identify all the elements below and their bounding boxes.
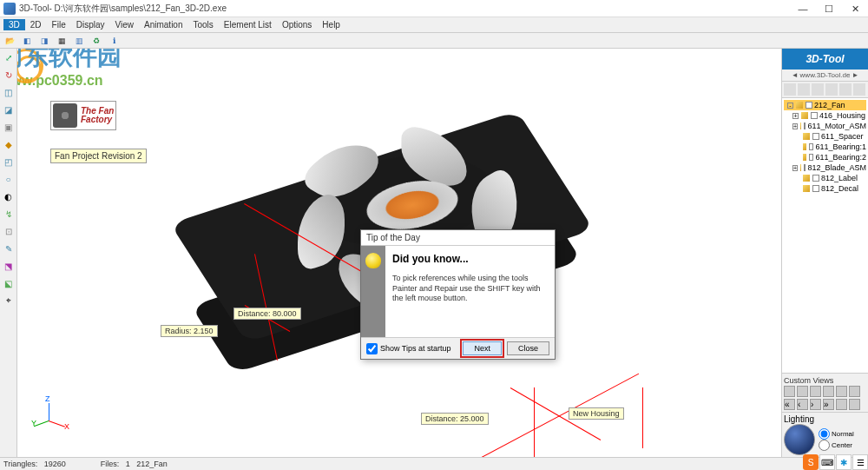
toolbar-btn-5[interactable]: ▥ <box>73 35 85 47</box>
view-btn[interactable]: » <box>823 399 834 410</box>
tip-of-day-dialog: Tip of the Day Did you know... To pick r… <box>360 229 556 360</box>
menu-animation[interactable]: Animation <box>139 20 187 30</box>
tree-node[interactable]: 611_Bearing:2 <box>784 152 866 162</box>
view-btn[interactable] <box>810 386 821 397</box>
tree-node[interactable]: 812_Decal <box>784 183 866 194</box>
panel-icon-row <box>782 82 868 98</box>
filename: 212_Fan <box>136 460 168 468</box>
tab-3d[interactable]: 3D <box>3 19 25 30</box>
brand-url[interactable]: www.3D-Tool.de <box>800 71 851 79</box>
view-btn[interactable] <box>836 399 847 410</box>
panel-icon[interactable] <box>784 83 796 96</box>
tool-icon-13[interactable]: ⬔ <box>2 259 16 273</box>
dimension-label-distance25[interactable]: Distance: 25.000 <box>421 413 489 425</box>
nav-fwd-icon[interactable]: ► <box>852 71 858 79</box>
menu-help[interactable]: Help <box>317 20 345 30</box>
view-btn[interactable] <box>797 386 808 397</box>
tab-2d[interactable]: 2D <box>25 20 47 30</box>
tool-icon-6[interactable]: ◆ <box>2 137 16 151</box>
tool-icon-14[interactable]: ⬕ <box>2 276 16 290</box>
dimension-label-newhousing[interactable]: New Housing <box>569 407 624 420</box>
dialog-heading: Did you know... <box>392 253 548 265</box>
axis-z-label: Z <box>45 394 50 403</box>
panel-icon[interactable] <box>798 83 810 96</box>
toolbar-btn-2[interactable]: ◧ <box>21 35 33 47</box>
lighting-center-option[interactable]: Center <box>819 440 854 451</box>
close-window-button[interactable]: ✕ <box>842 0 868 17</box>
menu-file[interactable]: File <box>47 20 71 30</box>
viewport-3d[interactable]: 河东软件园 www.pc0359.cn The Fan Factory Fan … <box>17 49 781 457</box>
tree-node[interactable]: 812_Label <box>784 173 866 183</box>
tree-node[interactable]: 611_Bearing:1 <box>784 142 866 152</box>
tool-icon-8[interactable]: ○ <box>2 172 16 186</box>
tree-node[interactable]: +812_Blade_ASM <box>784 162 866 173</box>
tree-root[interactable]: -212_Fan <box>784 100 866 110</box>
files-value: 1 <box>126 460 130 468</box>
brand-url-bar: ◄ www.3D-Tool.de ► <box>782 70 868 82</box>
app-icon <box>3 3 16 15</box>
view-btn[interactable] <box>823 386 834 397</box>
tree-node[interactable]: +611_Motor_ASM <box>784 121 866 131</box>
tree-node[interactable]: 611_Spacer <box>784 131 866 142</box>
view-btn[interactable]: › <box>810 399 821 410</box>
next-button[interactable]: Next <box>463 341 502 355</box>
lighting-sphere[interactable] <box>784 424 815 455</box>
toolbar-open-icon[interactable]: 📂 <box>3 35 16 47</box>
tool-icon-12[interactable]: ✎ <box>2 242 16 255</box>
show-tips-label: Show Tips at startup <box>380 344 451 353</box>
window-controls: — ☐ ✕ <box>790 0 868 17</box>
lighting-label: Lighting <box>784 414 866 424</box>
toolbar-btn-7[interactable]: ℹ <box>108 35 120 47</box>
panel-icon[interactable] <box>812 83 824 96</box>
dimension-label-radius[interactable]: Radius: 2.150 <box>161 325 218 337</box>
menu-tools[interactable]: Tools <box>187 20 218 30</box>
maximize-button[interactable]: ☐ <box>816 0 842 17</box>
view-btn[interactable] <box>784 386 795 397</box>
minimize-button[interactable]: — <box>790 0 816 17</box>
show-tips-input[interactable] <box>366 343 378 354</box>
lighting-normal-option[interactable]: Normal <box>819 428 854 440</box>
brand-logo: 3D-Tool <box>782 49 868 70</box>
menu-view[interactable]: View <box>110 20 140 30</box>
panel-icon[interactable] <box>839 83 852 96</box>
isoview-icon[interactable]: ◪ <box>2 103 16 116</box>
view-btn[interactable]: « <box>784 399 795 410</box>
menu-options[interactable]: Options <box>277 20 317 30</box>
triangles-value: 19260 <box>44 460 66 468</box>
tool-icon-7[interactable]: ◰ <box>2 155 16 169</box>
cube-icon[interactable]: ◫ <box>2 85 16 99</box>
toolbar-btn-4[interactable]: ▦ <box>56 35 68 47</box>
watermark-text: 河东软件园 <box>17 49 122 73</box>
nav-back-icon[interactable]: ◄ <box>792 71 799 79</box>
toolbar-btn-3[interactable]: ◨ <box>38 35 50 47</box>
view-btn[interactable] <box>836 386 847 397</box>
tree-node[interactable]: +416_Housing <box>784 110 866 121</box>
tool-icon-5[interactable]: ▣ <box>2 120 16 134</box>
tool-icon-11[interactable]: ⊡ <box>2 224 16 238</box>
statusbar: Triangles: 19260 Files: 1 212_Fan <box>0 457 868 470</box>
tool-icon-10[interactable]: ↯ <box>2 207 16 221</box>
tray-icon-2[interactable]: ⌨ <box>819 454 835 470</box>
menu-display[interactable]: Display <box>71 20 110 30</box>
panel-icon[interactable] <box>853 83 865 96</box>
view-btn[interactable]: ‹ <box>797 399 808 410</box>
tool-icon-9[interactable]: ◐ <box>2 189 16 203</box>
menu-element-list[interactable]: Element List <box>219 20 277 30</box>
lighting-panel: Lighting Normal Center <box>782 412 868 457</box>
view-btn[interactable] <box>849 399 860 410</box>
close-button[interactable]: Close <box>507 341 549 355</box>
rotate-icon[interactable]: ↻ <box>2 68 16 82</box>
tray-icon-4[interactable]: ☰ <box>852 454 868 470</box>
dimension-label-distance80[interactable]: Distance: 80.000 <box>233 308 301 320</box>
model-tree[interactable]: -212_Fan +416_Housing +611_Motor_ASM 611… <box>782 98 868 373</box>
toolbar-btn-6[interactable]: ♻ <box>90 35 102 47</box>
left-toolbar: ⤢ ↻ ◫ ◪ ▣ ◆ ◰ ○ ◐ ↯ ⊡ ✎ ⬔ ⬕ ⌖ <box>0 49 17 457</box>
panel-icon[interactable] <box>825 83 838 96</box>
tray-icon-3[interactable]: ✱ <box>836 454 852 470</box>
show-tips-checkbox[interactable]: Show Tips at startup <box>366 343 457 354</box>
view-btn[interactable] <box>849 386 860 397</box>
files-label: Files: <box>101 460 120 468</box>
tool-icon-15[interactable]: ⌖ <box>2 294 16 308</box>
tray-icon-1[interactable]: S <box>803 454 819 470</box>
fit-icon[interactable]: ⤢ <box>2 50 16 64</box>
